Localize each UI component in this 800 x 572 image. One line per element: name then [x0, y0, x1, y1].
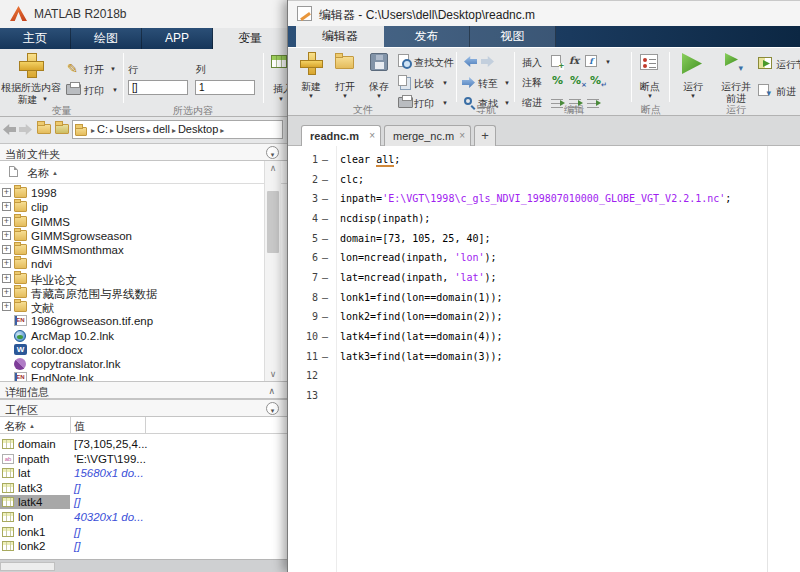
- expand-icon[interactable]: +: [2, 217, 11, 226]
- workspace-name-cell[interactable]: inpath: [0, 452, 70, 466]
- insert-section-icon[interactable]: [551, 55, 561, 67]
- wrap-comment-icon[interactable]: %↵: [590, 75, 607, 91]
- expand-icon[interactable]: +: [2, 245, 11, 254]
- close-tab-icon[interactable]: ×: [459, 126, 465, 146]
- navigate-forward-icon[interactable]: [481, 56, 494, 67]
- expand-icon[interactable]: +: [2, 259, 11, 268]
- file-item[interactable]: color.docx: [0, 343, 260, 357]
- up-folder-icon[interactable]: [37, 124, 51, 134]
- code-line[interactable]: 13: [288, 386, 800, 406]
- file-item[interactable]: +clip: [0, 200, 260, 214]
- breadcrumb-item[interactable]: Users: [114, 121, 147, 138]
- workspace-name-cell[interactable]: domain: [0, 437, 70, 451]
- main-tab-4[interactable]: 变量: [213, 28, 287, 49]
- file-item[interactable]: +GIMMS: [0, 215, 260, 229]
- code-line[interactable]: 4—ncdisp(inpath);: [288, 209, 800, 229]
- insert-dropdown-arrow[interactable]: ▼: [605, 59, 611, 65]
- file-item[interactable]: +GIMMSmonthmax: [0, 243, 260, 257]
- code-line[interactable]: 8—lonk1=find(lon==domain(1));: [288, 288, 800, 308]
- code-line[interactable]: 10—latk4=find(lat==domain(4));: [288, 327, 800, 347]
- editor-tab-3[interactable]: 视图: [470, 26, 556, 47]
- workspace-name-cell[interactable]: latk4: [0, 495, 70, 509]
- file-item[interactable]: +青藏高原范围与界线数据: [0, 286, 260, 300]
- main-tab-1[interactable]: 主页: [0, 28, 71, 49]
- new-tab-button[interactable]: +: [474, 125, 496, 146]
- code-line[interactable]: 3—inpath='E:\VGT\1998\c_gls_NDVI_1998070…: [288, 189, 800, 209]
- workspace-row[interactable]: lonk2[]: [0, 539, 287, 553]
- code-line[interactable]: 2—clc;: [288, 170, 800, 190]
- breadcrumb[interactable]: ▸C:▸Users▸dell▸Desktop▸: [72, 120, 283, 139]
- expand-icon[interactable]: +: [2, 274, 11, 283]
- expand-icon[interactable]: +: [2, 188, 11, 197]
- ws-value-column-header[interactable]: 值: [74, 419, 85, 434]
- back-icon[interactable]: [3, 124, 16, 135]
- code-editor[interactable]: 1—clear all;2—clc;3—inpath='E:\VGT\1998\…: [288, 146, 800, 572]
- file-tab[interactable]: merge_nc.m×: [384, 125, 471, 146]
- file-item[interactable]: +文献: [0, 300, 260, 314]
- expand-icon[interactable]: +: [2, 231, 11, 240]
- workspace-row[interactable]: lonk1[]: [0, 525, 287, 539]
- breadcrumb-item[interactable]: dell: [151, 121, 172, 138]
- code-line[interactable]: 1—clear all;: [288, 150, 800, 170]
- name-column-header[interactable]: 名称 ▲: [27, 166, 58, 181]
- workspace-row[interactable]: lat15680x1 do...: [0, 466, 287, 480]
- code-line[interactable]: 6—lon=ncread(inpath, 'lon');: [288, 248, 800, 268]
- workspace-column-header[interactable]: 名称 ▲ 值: [0, 417, 287, 434]
- column-divider[interactable]: [70, 417, 71, 434]
- code-line[interactable]: 11—latk3=find(lat==domain(3));: [288, 347, 800, 367]
- workspace-row[interactable]: inpath'E:\VGT\199...: [0, 452, 287, 466]
- code-line[interactable]: 9—lonk2=find(lon==domain(2));: [288, 307, 800, 327]
- file-item[interactable]: ArcMap 10.2.lnk: [0, 329, 260, 343]
- file-item[interactable]: +GIMMSgrowseason: [0, 229, 260, 243]
- workspace-name-cell[interactable]: lonk2: [0, 539, 70, 553]
- workspace-row[interactable]: latk4[]: [0, 495, 287, 509]
- file-tab[interactable]: readnc.m×: [301, 125, 381, 147]
- file-item[interactable]: +ndvi: [0, 257, 260, 271]
- file-list-column-header[interactable]: 名称 ▲: [0, 161, 287, 184]
- horizontal-scrollbar-thumb[interactable]: [0, 562, 55, 571]
- insert-function-icon[interactable]: f: [585, 55, 597, 67]
- expand-icon[interactable]: +: [2, 302, 11, 311]
- ws-name-column-header[interactable]: 名称 ▲: [4, 419, 35, 434]
- workspace-name-cell[interactable]: latk3: [0, 481, 70, 495]
- column-input[interactable]: 1: [195, 80, 255, 95]
- comment-icon[interactable]: %: [552, 75, 563, 87]
- column-divider[interactable]: [145, 417, 146, 434]
- browse-folder-icon[interactable]: [55, 124, 69, 134]
- uncomment-icon[interactable]: %×: [570, 75, 587, 91]
- current-folder-menu-icon[interactable]: [266, 146, 279, 159]
- workspace-name-cell[interactable]: lonk1: [0, 525, 70, 539]
- editor-tab-2[interactable]: 发布: [384, 26, 470, 47]
- workspace-menu-icon[interactable]: [266, 402, 279, 415]
- workspace-row[interactable]: latk3[]: [0, 481, 287, 495]
- code-line[interactable]: 5—domain=[73, 105, 25, 40];: [288, 229, 800, 249]
- scroll-up-icon[interactable]: ∧: [265, 163, 281, 173]
- expand-icon[interactable]: +: [2, 202, 11, 211]
- row-input[interactable]: []: [128, 80, 188, 95]
- collapse-icon[interactable]: ∧: [268, 386, 275, 396]
- file-item[interactable]: +1998: [0, 186, 260, 200]
- breadcrumb-item[interactable]: Desktop: [176, 121, 220, 138]
- scrollbar-thumb[interactable]: [267, 191, 279, 253]
- file-item[interactable]: +毕业论文: [0, 272, 260, 286]
- close-tab-icon[interactable]: ×: [369, 126, 375, 146]
- breadcrumb-item[interactable]: C:: [95, 121, 110, 138]
- workspace-row[interactable]: domain[73,105,25,4...: [0, 437, 287, 451]
- expand-icon[interactable]: +: [2, 288, 11, 297]
- navigate-back-icon[interactable]: [464, 56, 477, 67]
- file-item[interactable]: copytranslator.lnk: [0, 357, 260, 371]
- file-list-scrollbar[interactable]: ∧ ∨: [264, 161, 281, 381]
- insert-function-fx-icon[interactable]: fx: [569, 55, 579, 66]
- main-tab-2[interactable]: 绘图: [71, 28, 142, 49]
- workspace-name-cell[interactable]: lat: [0, 466, 70, 480]
- editor-tab-1[interactable]: 编辑器: [296, 26, 384, 47]
- forward-icon[interactable]: [19, 124, 32, 135]
- file-item[interactable]: 1986growseason.tif.enp: [0, 314, 260, 328]
- main-tab-3[interactable]: APP: [142, 28, 213, 49]
- code-line[interactable]: 7—lat=ncread(inpath, 'lat');: [288, 268, 800, 288]
- file-item[interactable]: EndNote.lnk: [0, 371, 260, 381]
- code-line[interactable]: 12: [288, 366, 800, 386]
- workspace-name-cell[interactable]: lon: [0, 510, 70, 524]
- workspace-row[interactable]: lon40320x1 do...: [0, 510, 287, 524]
- scroll-down-icon[interactable]: ∨: [265, 369, 281, 379]
